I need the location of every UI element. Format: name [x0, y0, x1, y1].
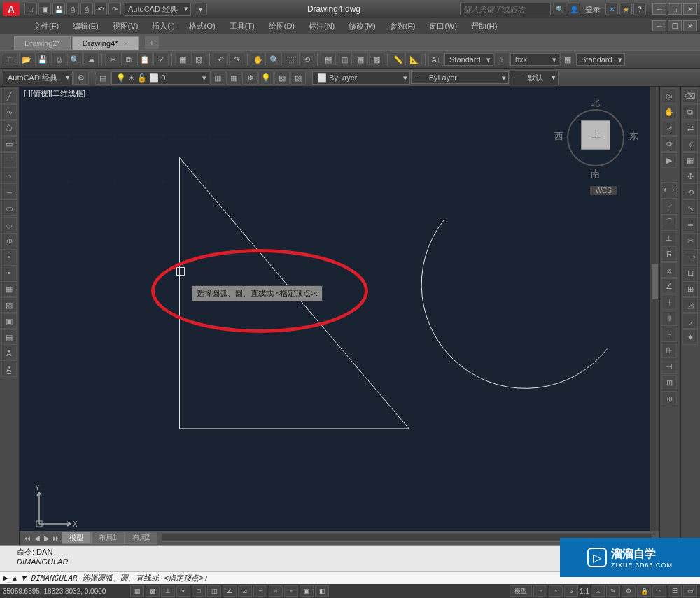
cut-icon[interactable]: ✂: [105, 52, 120, 66]
tolerance-icon[interactable]: ⊞: [662, 375, 677, 390]
dimstyle-icon[interactable]: ⟟: [494, 52, 510, 66]
quickview-drawings-icon[interactable]: ▫: [549, 585, 563, 597]
zoom-extents-icon[interactable]: ⤢: [662, 120, 677, 136]
tab-drawing4[interactable]: Drawing4*×: [72, 36, 139, 50]
qp-icon[interactable]: ▣: [300, 585, 314, 597]
open-icon[interactable]: ▣: [38, 3, 51, 15]
sc-icon[interactable]: ◧: [315, 585, 329, 597]
pan-icon[interactable]: ✋: [251, 52, 266, 66]
publish-icon[interactable]: ☁: [83, 52, 99, 66]
tab-last-icon[interactable]: ⏭: [52, 534, 62, 542]
scrollbar-vertical[interactable]: [650, 87, 659, 531]
textstyle-dropdown[interactable]: Standard: [444, 53, 493, 66]
dim-ordinate-icon[interactable]: ⊥: [662, 230, 677, 245]
minimize-button[interactable]: ─: [652, 3, 666, 15]
hatch-icon[interactable]: ▦: [1, 281, 17, 297]
break-icon[interactable]: ⊟: [682, 265, 698, 280]
workspace-switch-icon[interactable]: ⚙: [622, 585, 636, 597]
search-input[interactable]: [460, 3, 551, 15]
hardware-accel-icon[interactable]: ▫: [652, 585, 666, 597]
tab-drawing2[interactable]: Drawing2*: [14, 36, 71, 50]
workspace2-dropdown[interactable]: AutoCAD 经典: [3, 71, 73, 85]
text-icon[interactable]: A: [1, 346, 17, 361]
paste-icon[interactable]: 📋: [137, 52, 153, 66]
viewcube-south[interactable]: 南: [591, 168, 600, 180]
workspace-settings-icon[interactable]: ⚙: [74, 71, 89, 85]
sheet-icon[interactable]: ▥: [337, 52, 352, 66]
center-mark-icon[interactable]: ⊕: [662, 391, 677, 406]
tpy-icon[interactable]: ▫: [284, 585, 298, 597]
layout-tab-1[interactable]: 布局1: [91, 532, 125, 544]
dim-aligned-icon[interactable]: ⟋: [662, 198, 677, 213]
mark-icon[interactable]: 📐: [407, 52, 422, 66]
print-icon[interactable]: ⎙: [80, 3, 93, 15]
dim-continue-icon[interactable]: ⊦: [662, 327, 677, 342]
calc-icon[interactable]: ▩: [369, 52, 384, 66]
annoautoscale-icon[interactable]: ✎: [606, 585, 620, 597]
viewcube-east[interactable]: 东: [629, 130, 638, 143]
line-icon[interactable]: ╱: [1, 88, 17, 104]
mirror-icon[interactable]: ⇄: [682, 120, 698, 136]
open-icon[interactable]: 📂: [19, 52, 34, 66]
snap-icon[interactable]: ▦: [130, 585, 144, 597]
exchange-icon[interactable]: ✕: [606, 3, 618, 15]
doc-close-button[interactable]: ✕: [683, 20, 697, 31]
dyn-icon[interactable]: +: [253, 585, 267, 597]
layer-states-icon[interactable]: ▥: [210, 71, 225, 85]
clean-screen-icon[interactable]: ▭: [683, 585, 697, 597]
move-icon[interactable]: ✣: [682, 169, 698, 184]
close-icon[interactable]: ×: [124, 39, 128, 48]
polygon-icon[interactable]: ⬠: [1, 120, 17, 136]
dim-radius-icon[interactable]: R: [662, 246, 677, 262]
zoom-icon[interactable]: 🔍: [267, 52, 282, 66]
zoom-prev-icon[interactable]: ⟲: [299, 52, 314, 66]
viewcube-top[interactable]: 上: [581, 120, 610, 150]
dim-angular-icon[interactable]: ∠: [662, 278, 677, 294]
textstyle-icon[interactable]: A↓: [428, 52, 444, 66]
mtext-icon[interactable]: A̲: [1, 362, 17, 377]
measure-icon[interactable]: 📏: [391, 52, 406, 66]
dim-baseline-icon[interactable]: ⫴: [662, 311, 677, 326]
tool-palette-icon[interactable]: ▦: [353, 52, 368, 66]
help-icon[interactable]: ?: [634, 3, 646, 15]
menu-tools[interactable]: 工具(T): [224, 20, 260, 33]
extend-icon[interactable]: ⟶: [682, 249, 698, 264]
coordinates[interactable]: 35059.6395, 18323.8032, 0.0000: [3, 588, 129, 595]
copy-icon[interactable]: ⧉: [682, 104, 698, 120]
isolate-icon[interactable]: ☰: [668, 585, 682, 597]
table-icon[interactable]: ▤: [1, 329, 17, 345]
ellipse-icon[interactable]: ⬭: [1, 201, 17, 216]
search-icon[interactable]: 🔍: [554, 3, 566, 15]
layer-iso-icon[interactable]: ▦: [226, 71, 241, 85]
layer-dropdown[interactable]: 💡 ☀ 🔓 ⬜ 0: [111, 71, 209, 85]
tablestyle-icon[interactable]: ▦: [560, 52, 575, 66]
point-icon[interactable]: •: [1, 265, 17, 280]
block-icon[interactable]: ▫: [1, 249, 17, 264]
menu-help[interactable]: 帮助(H): [465, 20, 503, 33]
doc-restore-button[interactable]: ❐: [668, 20, 682, 31]
array-icon[interactable]: ▦: [682, 152, 698, 168]
block-icon[interactable]: ▦: [175, 52, 190, 66]
new-icon[interactable]: □: [24, 3, 37, 15]
tablestyle-dropdown[interactable]: Standard: [576, 53, 625, 66]
undo-icon[interactable]: ↶: [213, 52, 228, 66]
scale-icon[interactable]: ⤡: [682, 201, 698, 216]
ducs-icon[interactable]: ⊿: [238, 585, 252, 597]
menu-modify[interactable]: 修改(M): [343, 20, 382, 33]
layout-tab-2[interactable]: 布局2: [125, 532, 158, 544]
lock-ui-icon[interactable]: 🔒: [637, 585, 651, 597]
menu-dimension[interactable]: 标注(N): [303, 20, 340, 33]
drawing-canvas[interactable]: [-][俯视][二维线框] 选择圆弧、圆、直线或 <指定顶点>: 北: [20, 87, 659, 545]
annoscale-icon[interactable]: ⟁: [564, 585, 578, 597]
3dosnap-icon[interactable]: ◫: [207, 585, 221, 597]
tab-next-icon[interactable]: ▶: [42, 534, 52, 542]
match-icon[interactable]: ✓: [153, 52, 169, 66]
quickview-layouts-icon[interactable]: ▫: [533, 585, 547, 597]
zoom-window-icon[interactable]: ⬚: [283, 52, 298, 66]
linetype-dropdown[interactable]: ── ByLayer: [411, 71, 509, 84]
layer-match-icon[interactable]: ▧: [274, 71, 290, 85]
redo-icon[interactable]: ↷: [229, 52, 244, 66]
copy-icon[interactable]: ⧉: [121, 52, 136, 66]
dim-break-icon[interactable]: ⊣: [662, 359, 677, 374]
arc-icon[interactable]: ⌒: [1, 152, 17, 168]
